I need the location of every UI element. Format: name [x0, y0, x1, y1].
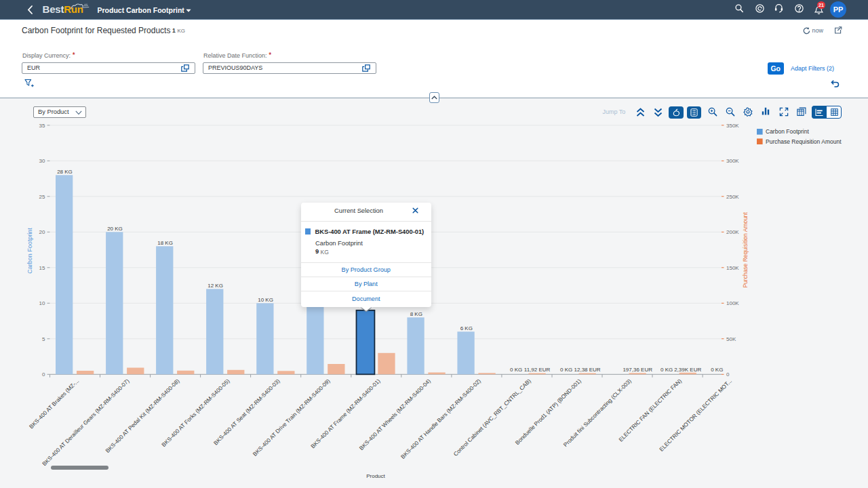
svg-text:0: 0	[42, 371, 45, 378]
svg-text:197,36 EUR: 197,36 EUR	[623, 367, 652, 373]
svg-text:300K: 300K	[726, 158, 739, 164]
svg-text:Carbon Footprint: Carbon Footprint	[26, 228, 33, 274]
svg-text:15: 15	[39, 265, 45, 271]
svg-text:20: 20	[39, 229, 45, 235]
svg-text:12,38 EUR: 12,38 EUR	[574, 367, 601, 373]
svg-text:5: 5	[42, 336, 45, 342]
svg-text:150K: 150K	[726, 265, 739, 271]
svg-text:200K: 200K	[726, 229, 739, 235]
svg-text:BKS-400 AT Drive Train (MZ-RM-: BKS-400 AT Drive Train (MZ-RM-S400-09)	[252, 378, 332, 458]
svg-text:50K: 50K	[726, 336, 736, 342]
svg-text:30: 30	[39, 158, 45, 164]
svg-text:0: 0	[726, 371, 730, 378]
svg-text:100K: 100K	[726, 300, 739, 306]
svg-text:0 KG: 0 KG	[560, 367, 572, 373]
svg-text:0 KG: 0 KG	[510, 367, 522, 373]
svg-text:Purchase Requisition Amount: Purchase Requisition Amount	[766, 138, 842, 145]
svg-text:35: 35	[39, 123, 45, 129]
svg-text:10: 10	[39, 300, 45, 306]
svg-text:0 KG: 0 KG	[660, 367, 673, 373]
svg-text:BKS-400 AT Handle Bars (MZ-RM-: BKS-400 AT Handle Bars (MZ-RM-S400-02)	[399, 378, 482, 460]
svg-text:Purchase Requisition Amount: Purchase Requisition Amount	[742, 211, 749, 287]
svg-text:BKS-400 AT Derailleur Gears (M: BKS-400 AT Derailleur Gears (MZ-RM-S400-…	[41, 378, 131, 468]
svg-text:Control Cabinet (AVC_RBT_CNTRL: Control Cabinet (AVC_RBT_CNTRL_CAB)	[452, 378, 532, 458]
svg-text:Carbon Footprint: Carbon Footprint	[766, 128, 809, 135]
svg-text:2,39K EUR: 2,39K EUR	[674, 367, 701, 373]
svg-text:18 KG: 18 KG	[157, 240, 173, 246]
svg-text:BKS-400 AT Brakes (MZ-...: BKS-400 AT Brakes (MZ-...	[28, 378, 81, 430]
svg-text:25: 25	[39, 194, 45, 200]
svg-text:28 KG: 28 KG	[57, 169, 73, 175]
svg-text:8 KG: 8 KG	[410, 311, 422, 317]
svg-text:20 KG: 20 KG	[107, 226, 123, 232]
svg-text:350K: 350K	[726, 123, 739, 129]
svg-text:6 KG: 6 KG	[460, 325, 473, 331]
svg-text:12 KG: 12 KG	[208, 283, 223, 289]
svg-text:250K: 250K	[726, 194, 739, 200]
svg-text:10 KG: 10 KG	[258, 297, 273, 303]
svg-text:Product: Product	[366, 473, 385, 479]
svg-text:0 KG: 0 KG	[711, 367, 723, 373]
svg-text:11,92 EUR: 11,92 EUR	[524, 367, 551, 373]
